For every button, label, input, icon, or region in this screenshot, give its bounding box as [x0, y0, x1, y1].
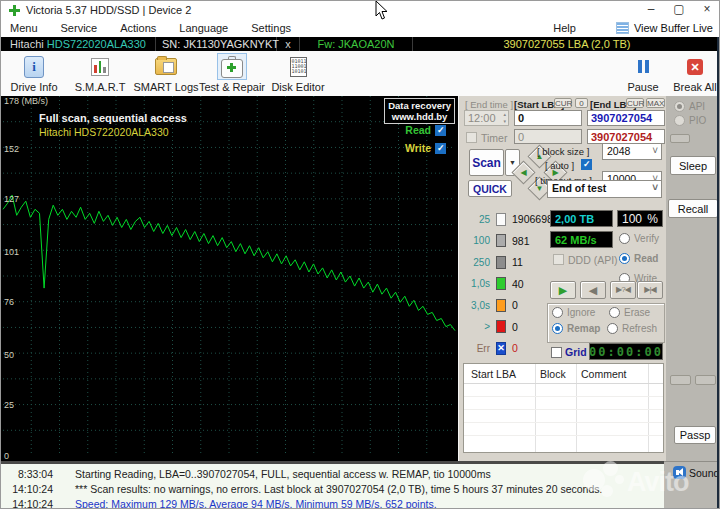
drive-capacity: 3907027055 LBA (2,0 TB): [413, 37, 720, 51]
latency-chip: [496, 299, 506, 312]
log-time: 14:10:24: [9, 482, 53, 497]
latency-chip: [496, 256, 506, 269]
break-all-button[interactable]: ✕ Break All: [669, 51, 720, 93]
info-icon: i: [24, 56, 44, 78]
latency-chip: [496, 320, 506, 333]
verify-radio[interactable]: Verify: [619, 233, 659, 244]
pio-radio[interactable]: PIO: [674, 115, 706, 126]
stat-row-: >0: [464, 320, 518, 334]
menu-item-service[interactable]: Service: [52, 22, 112, 34]
stat-label: >: [464, 321, 490, 332]
step-back-button[interactable]: ◀: [580, 281, 606, 299]
drive-model[interactable]: Hitachi HDS722020ALA330: [1, 37, 156, 51]
binary-doc-icon: 010110 110011 101010: [290, 57, 307, 77]
erase-radio[interactable]: Erase: [609, 307, 650, 318]
api-radio[interactable]: API: [674, 101, 705, 112]
sound-label[interactable]: Sound: [689, 467, 719, 479]
control-panel: [ End time ] [Start LBA] CUR 0 [End LBA]…: [458, 96, 666, 461]
sidebar-mini-button-2[interactable]: [670, 375, 691, 385]
ddd-api-label: DDD (API): [568, 254, 618, 266]
read-checkbox[interactable]: [435, 125, 446, 136]
log-row: 14:10:24Speed: Maximum 129 MB/s. Average…: [1, 497, 664, 509]
read-toggle[interactable]: Read: [371, 124, 446, 136]
end-lba-cur-button[interactable]: CUR: [626, 98, 644, 108]
scan-speed-graph: Full scan, sequential access Hitachi HDS…: [1, 96, 458, 461]
stat-row-30s: 3,0s0: [464, 298, 518, 312]
pause-button[interactable]: Pause: [617, 51, 669, 93]
break-x-icon: ✕: [687, 59, 703, 75]
graph-drive-title: Hitachi HDS722020ALA330: [39, 126, 169, 138]
col-block[interactable]: Block: [540, 368, 566, 380]
start-lba-cur-button[interactable]: CUR: [554, 98, 572, 108]
y-tick-178: 178 (MB/s): [4, 96, 48, 106]
write-toggle[interactable]: Write: [371, 142, 446, 154]
write-checkbox[interactable]: [435, 143, 446, 154]
col-comment[interactable]: Comment: [581, 368, 627, 380]
stat-value: 11: [512, 256, 523, 268]
smart-button[interactable]: S.M.A.R.T: [67, 51, 133, 93]
elapsed-timer-display: 00:00:00: [589, 343, 663, 360]
end-time-spinner[interactable]: 12:00: [464, 110, 509, 126]
remap-radio[interactable]: Remap: [552, 323, 600, 334]
sleep-button[interactable]: Sleep: [670, 156, 716, 175]
sound-panel: Sound: [664, 461, 717, 509]
maximize-button[interactable]: ▢: [665, 1, 693, 19]
end-of-test-combo[interactable]: End of test: [547, 180, 662, 198]
test-repair-button[interactable]: Test & Repair: [199, 51, 265, 93]
quick-button[interactable]: QUICK: [468, 180, 512, 197]
start-lba-zero-button[interactable]: 0: [575, 98, 588, 108]
log-time: 8:33:04: [9, 467, 53, 482]
menu-item-actions[interactable]: Actions: [111, 22, 170, 34]
auto-checkbox[interactable]: [581, 159, 592, 170]
end-lba-max-button[interactable]: MAX: [646, 98, 665, 108]
menu-item-language[interactable]: Language: [170, 22, 242, 34]
latency-chip: [496, 277, 506, 290]
refresh-radio[interactable]: Refresh: [607, 323, 657, 334]
to-end-button[interactable]: ▶|◀: [637, 281, 663, 299]
close-button[interactable]: ×: [693, 1, 720, 19]
right-sidebar: API PIO Sleep Recall Passp: [666, 96, 717, 461]
seek-button[interactable]: ▶?◀: [610, 281, 636, 299]
stat-value: 0: [512, 321, 518, 333]
passp-button[interactable]: Passp: [674, 426, 716, 444]
smart-logs-button[interactable]: SMART Logs: [133, 51, 199, 93]
sidebar-mini-button-1[interactable]: [670, 134, 690, 143]
toolbar: i Drive Info S.M.A.R.T SMART Logs Test &…: [1, 51, 720, 97]
ddd-api-checkbox[interactable]: [553, 254, 564, 265]
log-text: Speed: Maximum 129 MB/s. Average 94 MB/s…: [75, 497, 437, 509]
scan-button[interactable]: Scan: [469, 149, 504, 176]
menu-item-menu[interactable]: Menu: [1, 22, 52, 34]
log-area[interactable]: 8:33:04Starting Reading, LBA=0..39070270…: [1, 464, 664, 509]
end-lba-input[interactable]: 3907027054: [587, 110, 665, 126]
minimize-button[interactable]: –: [637, 1, 665, 19]
ignore-radio[interactable]: Ignore: [552, 307, 595, 318]
menu-help[interactable]: Help: [544, 22, 590, 34]
pause-icon: [638, 60, 649, 73]
stat-value: 981: [512, 235, 530, 247]
disk-editor-button[interactable]: 010110 110011 101010 Disk Editor: [265, 51, 331, 93]
percent-display: 100%: [617, 210, 663, 227]
view-buffer-live-label: View Buffer Live: [634, 22, 713, 34]
menu-item-settings[interactable]: Settings: [242, 22, 305, 34]
stat-label: Err: [464, 343, 490, 354]
start-lba-input[interactable]: 0: [514, 110, 582, 126]
device-tab-close[interactable]: x: [277, 37, 300, 51]
drive-info-bar: Hitachi HDS722020ALA330 SN: JK1130YAGKNY…: [1, 37, 720, 51]
view-buffer-live[interactable]: View Buffer Live: [616, 22, 713, 34]
block-size-combo[interactable]: 2048: [602, 143, 662, 160]
log-row: 14:10:24*** Scan results: no warnings, n…: [1, 482, 664, 497]
timer-checkbox[interactable]: [466, 132, 477, 143]
drive-info-button[interactable]: i Drive Info: [1, 51, 67, 93]
stat-row-Err: Err✕0: [464, 341, 518, 355]
grid-checkbox[interactable]: [551, 347, 562, 358]
log-row: 8:33:04Starting Reading, LBA=0..39070270…: [1, 467, 664, 482]
play-button[interactable]: ▶: [550, 281, 576, 299]
col-start-lba[interactable]: Start LBA: [471, 368, 516, 380]
speed-display: 62 MB/s: [550, 231, 613, 248]
read-radio[interactable]: Read: [619, 253, 658, 264]
sidebar-mini-button-3[interactable]: [695, 375, 716, 385]
timer-value-input: 0: [514, 129, 582, 144]
stat-label: 1,0s: [464, 278, 490, 289]
graph-scan-title: Full scan, sequential access: [39, 112, 187, 124]
recall-button[interactable]: Recall: [668, 199, 718, 218]
